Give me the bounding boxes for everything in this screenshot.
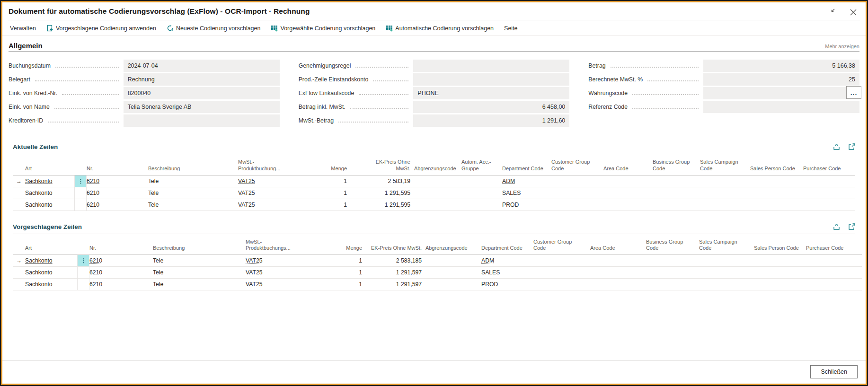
cell-ek-preis[interactable]: 2 583,185 [366, 255, 425, 267]
cell-business-group[interactable] [653, 199, 700, 211]
cell-sales-campaign[interactable] [700, 187, 750, 199]
row-options-button[interactable]: ⋮ [77, 255, 89, 267]
open-in-new-window-icon[interactable] [848, 143, 855, 150]
column-header-art[interactable]: Art [25, 240, 77, 255]
cell-nr[interactable]: 6210 [87, 175, 148, 187]
cell-beschreibung[interactable]: Tele [153, 267, 246, 279]
cell-sales-campaign[interactable] [700, 175, 750, 187]
cell-beschreibung[interactable]: Tele [148, 199, 238, 211]
cell-sales-person[interactable] [750, 187, 803, 199]
field-value-buchungsdatum[interactable]: 2024-07-04 [124, 60, 280, 72]
cell-department[interactable]: ADM [481, 255, 533, 267]
assist-edit-button[interactable]: ... [846, 86, 861, 99]
cell-abgrenzungscode[interactable] [425, 267, 481, 279]
cell-business-group[interactable] [646, 255, 699, 267]
cell-department[interactable]: SALES [502, 187, 551, 199]
art-link[interactable]: Sachkonto [25, 257, 53, 264]
cell-art[interactable]: Sachkonto [25, 187, 74, 199]
cell-department[interactable]: PROD [502, 199, 551, 211]
cell-area[interactable] [590, 267, 646, 279]
cell-sales-person[interactable] [754, 267, 806, 279]
share-icon[interactable] [833, 143, 841, 150]
cell-ek-preis[interactable]: 2 583,19 [351, 175, 414, 187]
cell-customer-group[interactable] [533, 267, 590, 279]
cell-purchaser[interactable] [803, 199, 855, 211]
field-value-exflow-einkaufscode[interactable]: PHONE [413, 87, 569, 99]
cell-purchaser[interactable] [806, 279, 858, 290]
cell-art[interactable]: Sachkonto [25, 175, 74, 187]
field-value-kreditoren-id[interactable] [124, 114, 280, 127]
row-options-cell[interactable] [74, 187, 87, 199]
cell-area[interactable] [603, 187, 653, 199]
department-link[interactable]: ADM [481, 257, 494, 264]
cell-sales-campaign[interactable] [699, 267, 754, 279]
column-header-nr[interactable]: Nr. [87, 161, 148, 175]
cell-ek-preis[interactable]: 1 291,597 [366, 267, 425, 279]
cell-nr[interactable]: 6210 [87, 187, 148, 199]
mwst-link[interactable]: VAT25 [238, 178, 255, 184]
cell-nr[interactable]: 6210 [89, 255, 153, 267]
cell-autom-acc[interactable] [461, 187, 502, 199]
cell-customer-group[interactable] [533, 279, 590, 290]
field-value-eink-von-kred-nr[interactable]: 8200040 [124, 87, 280, 99]
column-header-purchaser-code[interactable]: Purchaser Code [803, 161, 855, 175]
column-header-nr[interactable]: Nr. [89, 240, 153, 255]
toolbar-item-automatische-codierung-vorschlagen[interactable]: Automatische Codierung vorschlagen [386, 25, 494, 32]
toolbar-item-vorgewaehlte-codierung-vorschlagen[interactable]: Vorgewählte Codierung vorschlagen [271, 25, 375, 32]
cell-art[interactable]: Sachkonto [25, 267, 77, 279]
field-value-betrag[interactable]: 5 166,38 [703, 60, 859, 72]
column-header-art[interactable]: Art [25, 161, 74, 175]
column-header-mwst-produktbuchung[interactable]: MwSt.- Produktbuchung... [238, 154, 308, 175]
cell-area[interactable] [603, 199, 653, 211]
column-header-department-code[interactable]: Department Code [502, 161, 551, 175]
row-options-button[interactable]: ⋮ [74, 175, 87, 187]
column-header-area-code[interactable]: Area Code [590, 240, 646, 255]
field-value-mwst-betrag[interactable]: 1 291,60 [413, 114, 569, 127]
column-header-customer-group-code[interactable]: Customer Group Code [551, 154, 603, 175]
cell-ek-preis[interactable]: 1 291,595 [351, 199, 414, 211]
column-header-sales-campaign-code[interactable]: Sales Campaign Code [700, 154, 750, 175]
column-header-business-group-code[interactable]: Business Group Code [653, 154, 700, 175]
cell-menge[interactable]: 1 [308, 175, 351, 187]
column-header-beschreibung[interactable]: Beschreibung [148, 161, 238, 175]
column-header-sales-campaign-code[interactable]: Sales Campaign Code [699, 234, 754, 255]
field-value-berechnete-mwst[interactable]: 25 [703, 73, 859, 86]
column-header-menge[interactable]: Menge [308, 161, 351, 175]
column-header-customer-group-code[interactable]: Customer Group Code [533, 234, 590, 255]
cell-beschreibung[interactable]: Tele [153, 279, 246, 290]
cell-customer-group[interactable] [551, 187, 603, 199]
cell-purchaser[interactable] [806, 267, 858, 279]
cell-sales-person[interactable] [754, 255, 806, 267]
column-header-mwst-produktbuchungs[interactable]: MwSt.- Produktbuchungs... [246, 234, 324, 255]
column-header-area-code[interactable]: Area Code [603, 161, 653, 175]
field-value-belegart[interactable]: Rechnung [124, 73, 280, 86]
cell-sales-campaign[interactable] [699, 279, 754, 290]
cell-abgrenzungscode[interactable] [414, 199, 461, 211]
cell-art[interactable]: Sachkonto [25, 199, 74, 211]
cell-area[interactable] [590, 255, 646, 267]
column-header-ek-preis[interactable]: EK-Preis Ohne MwSt. [366, 240, 425, 255]
art-link[interactable]: Sachkonto [25, 178, 53, 184]
row-options-cell[interactable] [74, 199, 87, 211]
column-header-sales-person-code[interactable]: Sales Person Code [754, 240, 806, 255]
cell-mwst[interactable]: VAT25 [238, 175, 308, 187]
department-link[interactable]: ADM [502, 178, 515, 184]
cell-sales-campaign[interactable] [700, 199, 750, 211]
show-more-link[interactable]: Mehr anzeigen [825, 44, 859, 50]
cell-sales-campaign[interactable] [699, 255, 754, 267]
cell-mwst[interactable]: VAT25 [238, 187, 308, 199]
cell-art[interactable]: Sachkonto [25, 255, 77, 267]
cell-purchaser[interactable] [806, 255, 858, 267]
column-header-autom-acc-gruppe[interactable]: Autom. Acc.- Gruppe [461, 154, 502, 175]
cell-customer-group[interactable] [533, 255, 590, 267]
cell-mwst[interactable]: VAT25 [238, 199, 308, 211]
cell-beschreibung[interactable]: Tele [153, 255, 246, 267]
field-value-betrag-inkl-mwst[interactable]: 6 458,00 [413, 101, 569, 113]
toolbar-item-vorgeschlagene-codierung-anwenden[interactable]: Vorgeschlagene Codierung anwenden [46, 25, 156, 32]
cell-nr[interactable]: 6210 [87, 199, 148, 211]
cell-mwst[interactable]: VAT25 [246, 279, 324, 290]
field-value-waehrungscode[interactable] [703, 87, 859, 99]
cell-customer-group[interactable] [551, 199, 603, 211]
column-header-abgrenzungscode[interactable]: Abgrenzungscode [425, 240, 481, 255]
cell-menge[interactable]: 1 [324, 255, 366, 267]
